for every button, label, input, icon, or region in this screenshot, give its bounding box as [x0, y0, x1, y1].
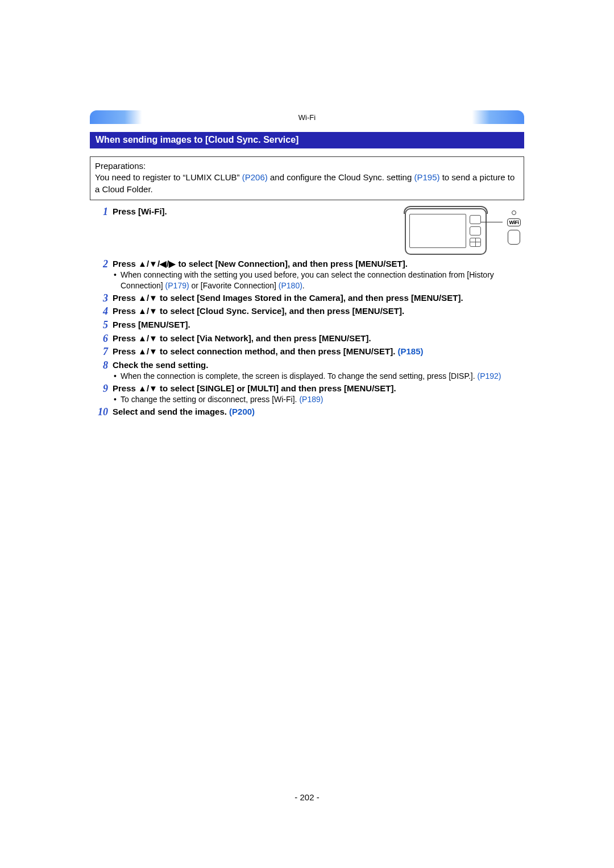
wifi-button-icon	[508, 230, 520, 245]
arrow-down-icon: ▼	[149, 306, 157, 316]
step-text: Press ▲/▼ to select [SINGLE] or [MULTI] …	[113, 383, 524, 405]
preparations-label: Preparations:	[95, 160, 519, 172]
step-number: 6	[90, 333, 113, 345]
page-ref-link[interactable]: (P195)	[414, 172, 439, 182]
arrow-down-icon: ▼	[149, 333, 157, 343]
steps-list: 1 Press [Wi-Fi]. WiFi	[90, 206, 524, 419]
step-row: 8 Check the send setting. When the conne…	[90, 359, 524, 382]
step-row: 6 Press ▲/▼ to select [Via Network], and…	[90, 333, 524, 345]
manual-page: Wi-Fi When sending images to [Cloud Sync…	[0, 0, 614, 868]
arrow-up-icon: ▲	[138, 293, 147, 303]
wifi-badge-icon: WiFi	[507, 218, 521, 226]
step-row: 10 Select and send the images. (P200)	[90, 406, 524, 419]
indicator-dot-icon	[512, 210, 516, 215]
page-ref-link[interactable]: (P185)	[398, 346, 424, 356]
step-number: 1	[90, 206, 113, 218]
step-row: 3 Press ▲/▼ to select [Send Images Store…	[90, 292, 524, 305]
step-number: 7	[90, 346, 113, 358]
page-ref-link[interactable]: (P179)	[165, 281, 189, 290]
step-row: 2 Press ▲/▼/◀/▶ to select [New Connectio…	[90, 258, 524, 291]
arrow-down-icon: ▼	[149, 346, 157, 356]
camera-controls-icon	[470, 215, 482, 247]
page-ref-link[interactable]: (P206)	[242, 172, 268, 182]
step-note: To change the setting or disconnect, pre…	[113, 394, 524, 405]
page-ref-link[interactable]: (P180)	[279, 281, 302, 290]
step-row: 7 Press ▲/▼ to select connection method,…	[90, 346, 524, 358]
step-row: 1 Press [Wi-Fi]. WiFi	[90, 206, 524, 257]
page-ref-link[interactable]: (P200)	[229, 407, 255, 416]
step-text: Press [MENU/SET].	[113, 319, 524, 330]
arrow-up-icon: ▲	[138, 383, 147, 393]
arrow-up-icon: ▲	[138, 346, 147, 356]
arrow-left-icon: ◀	[160, 259, 167, 268]
preparations-box: Preparations: You need to register to “L…	[90, 156, 524, 200]
step-text: Press [Wi-Fi].	[113, 206, 405, 217]
step-note: When the connection is complete, the scr…	[113, 371, 524, 382]
step-number: 4	[90, 305, 113, 318]
page-ref-link[interactable]: (P192)	[478, 371, 501, 381]
arrow-right-icon: ▶	[169, 259, 176, 268]
step-number: 5	[90, 319, 113, 332]
step-number: 8	[90, 359, 113, 372]
step-note: When connecting with the setting you use…	[113, 270, 524, 291]
arrow-down-icon: ▼	[149, 383, 157, 393]
arrow-up-icon: ▲	[138, 306, 147, 316]
step-text: Select and send the images. (P200)	[113, 406, 524, 418]
step-number: 3	[90, 292, 113, 305]
step-number: 10	[90, 406, 113, 419]
callout-line-icon	[481, 222, 503, 223]
camera-illustration: WiFi	[405, 205, 524, 256]
step-row: 5 Press [MENU/SET].	[90, 319, 524, 332]
page-ref-link[interactable]: (P189)	[299, 395, 323, 404]
step-text: Press ▲/▼ to select [Via Network], and t…	[113, 333, 524, 344]
section-heading: When sending images to [Cloud Sync. Serv…	[90, 132, 524, 148]
page-number: - 202 -	[0, 792, 614, 802]
arrow-up-icon: ▲	[138, 333, 147, 343]
step-text: Press ▲/▼ to select [Cloud Sync. Service…	[113, 305, 524, 317]
wifi-button-callout: WiFi	[504, 210, 524, 245]
step-number: 2	[90, 258, 113, 271]
chapter-header: Wi-Fi	[90, 110, 524, 124]
step-text: Press ▲/▼ to select connection method, a…	[113, 346, 524, 357]
step-number: 9	[90, 383, 113, 395]
camera-screen-icon	[409, 214, 466, 248]
step-row: 9 Press ▲/▼ to select [SINGLE] or [MULTI…	[90, 383, 524, 405]
preparations-text: You need to register to “LUMIX CLUB” (P2…	[95, 172, 519, 195]
step-text: Press ▲/▼ to select [Send Images Stored …	[113, 292, 524, 304]
camera-body-icon	[405, 208, 487, 255]
step-row: 4 Press ▲/▼ to select [Cloud Sync. Servi…	[90, 305, 524, 318]
chapter-label: Wi-Fi	[298, 113, 316, 122]
arrow-up-icon: ▲	[138, 259, 147, 268]
step-text: Press ▲/▼/◀/▶ to select [New Connection]…	[113, 258, 524, 291]
arrow-down-icon: ▼	[149, 293, 157, 303]
arrow-down-icon: ▼	[149, 259, 157, 268]
step-text: Check the send setting. When the connect…	[113, 359, 524, 382]
